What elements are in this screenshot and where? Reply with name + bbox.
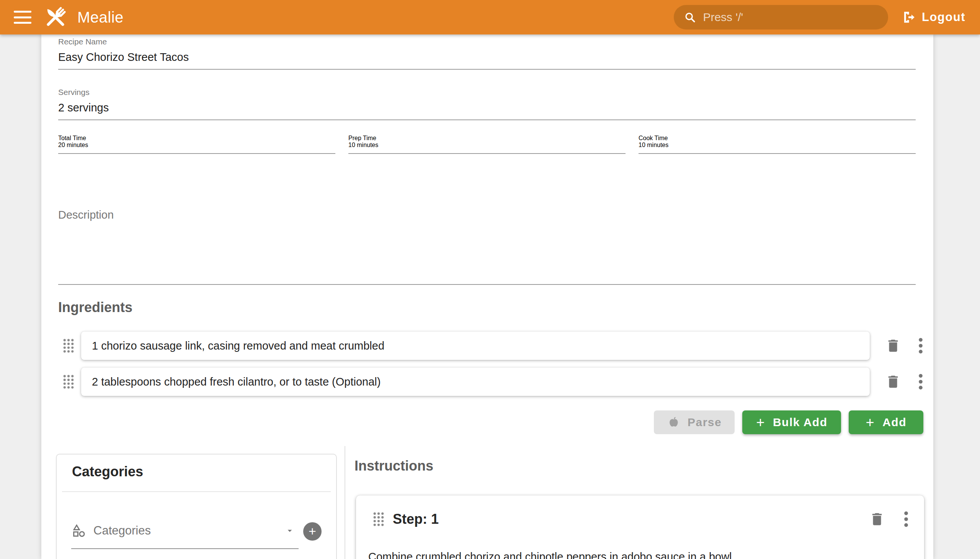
instruction-step-card: Step: 1 Combine crumbled chorizo and chi…	[356, 495, 924, 559]
plus-icon: +	[756, 415, 765, 430]
prep-time-label: Prep Time	[349, 135, 626, 142]
cook-time-value[interactable]: 10 minutes	[638, 142, 916, 149]
ingredient-row: 2 tablespoons chopped fresh cilantro, or…	[58, 367, 923, 396]
instructions-heading: Instructions	[354, 458, 433, 474]
add-category-button[interactable]: +	[303, 522, 322, 541]
mealie-logo-icon	[43, 5, 68, 30]
search-bar[interactable]	[674, 5, 888, 30]
recipe-editor-sheet: Recipe Name Easy Chorizo Street Tacos Se…	[41, 35, 933, 559]
recipe-name-label: Recipe Name	[58, 37, 916, 47]
ingredient-input[interactable]: 1 chorizo sausage link, casing removed a…	[81, 332, 870, 360]
prep-time-field[interactable]: Prep Time 10 minutes	[349, 135, 626, 154]
ingredient-more-options-icon[interactable]	[918, 337, 923, 354]
search-input[interactable]	[703, 11, 878, 24]
step-title: Step: 1	[393, 511, 439, 527]
apple-icon	[667, 415, 681, 429]
categories-divider	[62, 491, 331, 492]
delete-ingredient-icon[interactable]	[885, 338, 901, 354]
logout-icon	[901, 10, 916, 25]
servings-value[interactable]: 2 servings	[58, 100, 916, 115]
drag-handle-icon[interactable]	[373, 512, 384, 526]
plus-icon: +	[866, 415, 875, 430]
categories-select-label: Categories	[93, 524, 151, 538]
app-bar: Mealie Logout	[0, 0, 980, 35]
drag-handle-icon[interactable]	[63, 339, 74, 353]
drag-handle-icon[interactable]	[63, 374, 74, 389]
ingredient-row: 1 chorizo sausage link, casing removed a…	[58, 332, 923, 360]
parse-button[interactable]: Parse	[654, 410, 735, 434]
column-divider	[345, 446, 345, 559]
parse-label: Parse	[687, 416, 722, 429]
ingredient-more-options-icon[interactable]	[918, 373, 923, 390]
step-text[interactable]: Combine crumbled chorizo and chipotle pe…	[368, 549, 909, 559]
search-icon	[684, 10, 696, 24]
bulk-add-label: Bulk Add	[773, 416, 828, 429]
menu-icon[interactable]	[14, 11, 31, 24]
ingredient-text: 1 chorizo sausage link, casing removed a…	[92, 340, 384, 352]
ingredients-actions: Parse + Bulk Add + Add	[58, 410, 923, 434]
cook-time-field[interactable]: Cook Time 10 minutes	[638, 135, 916, 154]
step-more-options-icon[interactable]	[904, 511, 909, 528]
categories-select[interactable]: Categories	[71, 513, 299, 549]
ingredient-input[interactable]: 2 tablespoons chopped fresh cilantro, or…	[81, 367, 870, 396]
step-header: Step: 1	[373, 511, 909, 528]
description-label: Description	[58, 208, 916, 222]
categories-title: Categories	[72, 464, 143, 480]
plus-icon: +	[309, 524, 316, 538]
dropdown-caret-icon[interactable]	[285, 526, 295, 536]
categories-card: Categories Categories +	[56, 454, 337, 559]
add-label: Add	[882, 416, 907, 429]
delete-ingredient-icon[interactable]	[885, 374, 901, 390]
servings-field[interactable]: Servings 2 servings	[58, 87, 916, 120]
bulk-add-button[interactable]: + Bulk Add	[742, 410, 841, 434]
prep-time-value[interactable]: 10 minutes	[349, 142, 626, 149]
delete-step-icon[interactable]	[869, 511, 885, 527]
app-title: Mealie	[77, 9, 124, 26]
logout-label: Logout	[922, 10, 965, 24]
cook-time-label: Cook Time	[638, 135, 916, 142]
ingredients-heading: Ingredients	[58, 299, 132, 316]
total-time-value[interactable]: 20 minutes	[58, 142, 335, 149]
total-time-label: Total Time	[58, 135, 335, 142]
description-field[interactable]: Description	[58, 202, 916, 285]
total-time-field[interactable]: Total Time 20 minutes	[58, 135, 335, 154]
add-ingredient-button[interactable]: + Add	[849, 410, 923, 434]
logout-button[interactable]: Logout	[901, 10, 965, 25]
ingredient-text: 2 tablespoons chopped fresh cilantro, or…	[92, 375, 380, 388]
category-shapes-icon	[71, 523, 86, 538]
times-row: Total Time 20 minutes Prep Time 10 minut…	[58, 135, 916, 154]
recipe-name-value[interactable]: Easy Chorizo Street Tacos	[58, 50, 916, 64]
servings-label: Servings	[58, 87, 916, 97]
recipe-name-field[interactable]: Recipe Name Easy Chorizo Street Tacos	[58, 37, 916, 70]
